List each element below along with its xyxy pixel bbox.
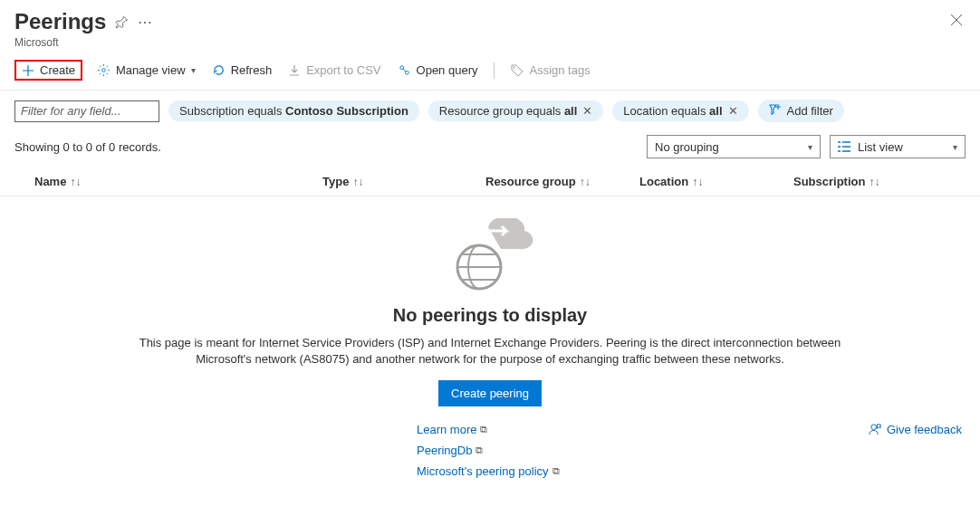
- pin-icon[interactable]: [115, 15, 129, 29]
- close-icon[interactable]: ✕: [728, 104, 738, 118]
- svg-point-3: [514, 66, 515, 68]
- grouping-dropdown[interactable]: No grouping ▾: [647, 135, 821, 158]
- download-icon: [288, 64, 301, 77]
- sort-icon: ↑↓: [580, 176, 591, 188]
- chevron-down-icon: ▾: [808, 142, 812, 152]
- column-name[interactable]: Name↑↓: [14, 175, 322, 188]
- filter-pill-location[interactable]: Location equals all ✕: [612, 100, 748, 121]
- query-icon: [398, 63, 411, 77]
- feedback-icon: [869, 423, 882, 436]
- external-link-icon: ⧉: [480, 424, 487, 435]
- refresh-icon: [212, 63, 226, 77]
- add-filter-button[interactable]: Add filter: [758, 100, 844, 122]
- page-subtitle: Microsoft: [14, 36, 966, 49]
- close-icon[interactable]: ✕: [582, 104, 592, 118]
- sort-icon: ↑↓: [352, 176, 363, 188]
- close-button[interactable]: [946, 9, 967, 31]
- record-count: Showing 0 to 0 of 0 records.: [14, 140, 161, 154]
- command-bar: Create Manage view ▾ Refresh Export to C…: [0, 53, 980, 91]
- column-type[interactable]: Type↑↓: [322, 175, 485, 188]
- empty-illustration: [0, 218, 980, 292]
- filter-pill-resource-group[interactable]: Resource group equals all ✕: [428, 100, 604, 121]
- create-button[interactable]: Create: [14, 60, 82, 81]
- tag-icon: [511, 64, 524, 77]
- export-csv-button: Export to CSV: [286, 62, 382, 79]
- create-peering-button[interactable]: Create peering: [438, 380, 542, 406]
- svg-point-0: [102, 69, 106, 72]
- plus-icon: [22, 64, 34, 77]
- more-icon[interactable]: ⋯: [138, 14, 153, 31]
- svg-point-1: [399, 66, 403, 70]
- table-header: Name↑↓ Type↑↓ Resource group↑↓ Location↑…: [0, 167, 980, 196]
- open-query-button[interactable]: Open query: [396, 62, 480, 79]
- filter-input[interactable]: [14, 100, 159, 122]
- column-subscription[interactable]: Subscription↑↓: [793, 175, 947, 188]
- status-row: Showing 0 to 0 of 0 records. No grouping…: [0, 129, 980, 167]
- toolbar-divider: [494, 62, 495, 79]
- svg-point-5: [871, 425, 877, 430]
- page-title: Peerings: [14, 9, 106, 34]
- give-feedback-link[interactable]: Give feedback: [869, 423, 962, 436]
- gear-icon: [97, 63, 110, 77]
- column-location[interactable]: Location↑↓: [639, 175, 793, 188]
- empty-description: This page is meant for Internet Service …: [119, 335, 861, 368]
- view-dropdown[interactable]: List view ▾: [830, 135, 966, 158]
- svg-point-2: [405, 71, 408, 74]
- filter-bar: Subscription equals Contoso Subscription…: [0, 91, 980, 129]
- manage-view-button[interactable]: Manage view ▾: [95, 62, 197, 79]
- empty-state: No peerings to display This page is mean…: [0, 196, 980, 478]
- peeringdb-link[interactable]: PeeringDb ⧉: [417, 444, 483, 457]
- page-header: Peerings ⋯ Microsoft: [0, 0, 980, 53]
- sort-icon: ↑↓: [692, 176, 703, 188]
- filter-pill-subscription[interactable]: Subscription equals Contoso Subscription: [168, 100, 419, 121]
- list-icon: [838, 141, 850, 152]
- sort-icon: ↑↓: [869, 176, 879, 188]
- chevron-down-icon: ▾: [191, 65, 196, 75]
- learn-more-link[interactable]: Learn more ⧉: [417, 423, 487, 436]
- empty-title: No peerings to display: [0, 305, 980, 326]
- peering-policy-link[interactable]: Microsoft's peering policy ⧉: [417, 464, 560, 478]
- add-filter-icon: [769, 103, 782, 119]
- chevron-down-icon: ▾: [953, 142, 957, 152]
- sort-icon: ↑↓: [70, 176, 81, 188]
- external-link-icon: ⧉: [476, 444, 483, 456]
- refresh-button[interactable]: Refresh: [210, 62, 274, 79]
- column-resource-group[interactable]: Resource group↑↓: [485, 175, 639, 188]
- external-link-icon: ⧉: [552, 465, 560, 477]
- assign-tags-button: Assign tags: [509, 62, 591, 79]
